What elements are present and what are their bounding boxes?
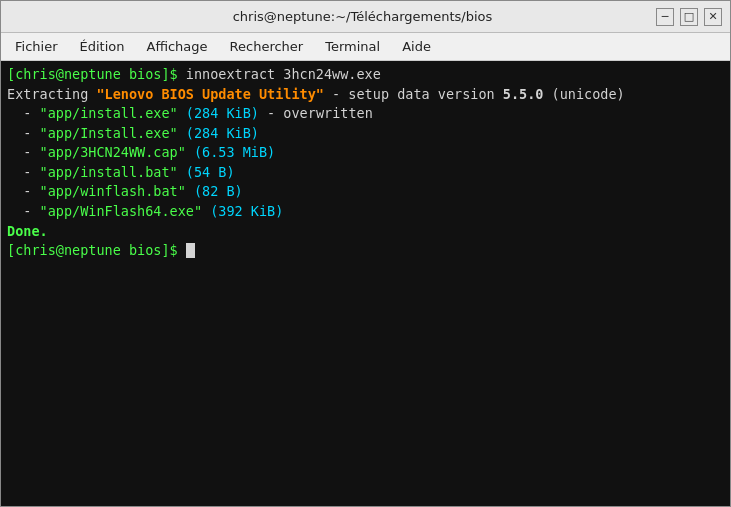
terminal-line-prompt: [chris@neptune bios]$ <box>7 241 724 261</box>
terminal-line-6: - "app/install.bat" (54 B) <box>7 163 724 183</box>
terminal-line-4: - "app/Install.exe" (284 KiB) <box>7 124 724 144</box>
terminal-line-7: - "app/winflash.bat" (82 B) <box>7 182 724 202</box>
terminal-output[interactable]: [chris@neptune bios]$ innoextract 3hcn24… <box>1 61 730 506</box>
prompt-2: [chris@neptune bios]$ <box>7 242 178 258</box>
title-bar: chris@neptune:~/Téléchargements/bios ─ □… <box>1 1 730 33</box>
maximize-button[interactable]: □ <box>680 8 698 26</box>
terminal-line-done: Done. <box>7 222 724 242</box>
terminal-line-3: - "app/install.exe" (284 KiB) - overwrit… <box>7 104 724 124</box>
menu-fichier[interactable]: Fichier <box>5 36 68 57</box>
menu-aide[interactable]: Aide <box>392 36 441 57</box>
done-text: Done. <box>7 223 48 239</box>
window-controls: ─ □ ✕ <box>656 8 722 26</box>
terminal-cursor <box>186 243 195 258</box>
menu-bar: Fichier Édition Affichage Rechercher Ter… <box>1 33 730 61</box>
terminal-line-2: Extracting "Lenovo BIOS Update Utility" … <box>7 85 724 105</box>
terminal-line-5: - "app/3HCN24WW.cap" (6.53 MiB) <box>7 143 724 163</box>
menu-terminal[interactable]: Terminal <box>315 36 390 57</box>
menu-rechercher[interactable]: Rechercher <box>220 36 314 57</box>
window-title: chris@neptune:~/Téléchargements/bios <box>69 9 656 24</box>
terminal-window: chris@neptune:~/Téléchargements/bios ─ □… <box>0 0 731 507</box>
terminal-line-8: - "app/WinFlash64.exe" (392 KiB) <box>7 202 724 222</box>
close-button[interactable]: ✕ <box>704 8 722 26</box>
prompt-1: [chris@neptune bios]$ <box>7 66 178 82</box>
terminal-line-1: [chris@neptune bios]$ innoextract 3hcn24… <box>7 65 724 85</box>
minimize-button[interactable]: ─ <box>656 8 674 26</box>
cmd-1: innoextract 3hcn24ww.exe <box>178 66 381 82</box>
menu-edition[interactable]: Édition <box>70 36 135 57</box>
menu-affichage[interactable]: Affichage <box>136 36 217 57</box>
